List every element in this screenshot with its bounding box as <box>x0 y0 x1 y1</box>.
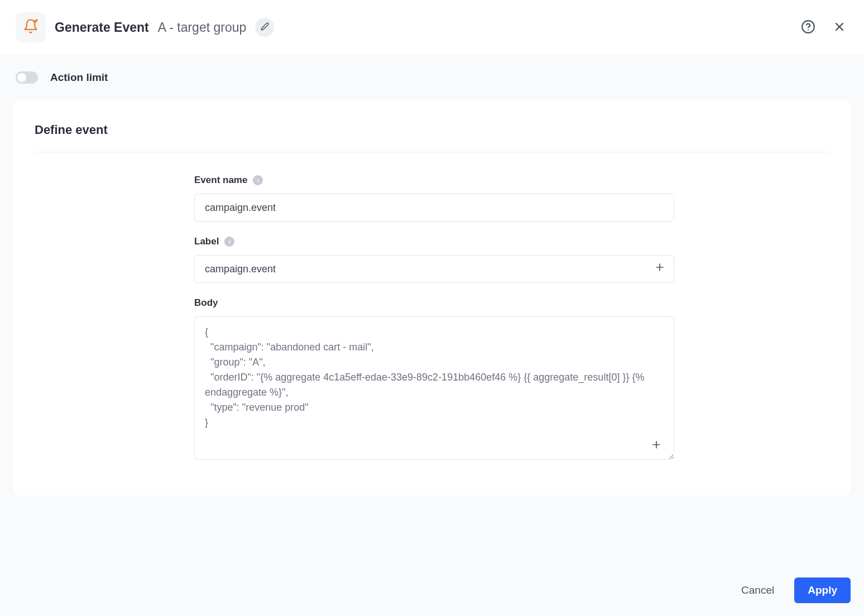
cancel-button[interactable]: Cancel <box>731 578 784 603</box>
event-name-field: Event name i <box>194 175 674 222</box>
info-icon[interactable]: i <box>253 175 263 185</box>
body-textarea[interactable]: { "campaign": "abandoned cart - mail", "… <box>194 316 674 460</box>
close-icon <box>833 20 846 35</box>
plus-icon <box>651 439 662 454</box>
plus-icon <box>654 262 665 276</box>
body-label: Body <box>194 297 218 309</box>
footer: Cancel Apply <box>0 565 864 616</box>
info-icon[interactable]: i <box>224 237 234 247</box>
event-name-input[interactable] <box>194 194 674 222</box>
define-event-card: Define event Event name i Label i <box>13 100 851 495</box>
header-left: Generate Event A - target group <box>16 12 790 42</box>
action-limit-toggle[interactable] <box>16 71 38 84</box>
toggle-knob <box>17 73 26 82</box>
pencil-icon <box>261 22 269 32</box>
body-add-button[interactable] <box>650 440 663 453</box>
label-label: Label <box>194 236 219 247</box>
body-textarea-wrapper: { "campaign": "abandoned cart - mail", "… <box>194 316 674 462</box>
edit-name-button[interactable] <box>255 18 274 37</box>
apply-button[interactable]: Apply <box>794 578 851 603</box>
page-subtitle: A - target group <box>158 20 247 35</box>
label-input-wrapper <box>194 255 674 283</box>
body-field: Body { "campaign": "abandoned cart - mai… <box>194 297 674 462</box>
form-area: Event name i Label i <box>194 175 674 462</box>
header-actions <box>799 18 848 36</box>
label-add-button[interactable] <box>653 262 666 276</box>
action-limit-label: Action limit <box>50 71 108 84</box>
bell-notification-icon <box>23 18 39 36</box>
label-input[interactable] <box>194 255 674 283</box>
help-button[interactable] <box>799 18 817 36</box>
close-button[interactable] <box>831 18 848 36</box>
content-area: Action limit Define event Event name i L… <box>0 55 864 565</box>
action-limit-row: Action limit <box>13 71 851 84</box>
event-name-label: Event name <box>194 175 247 186</box>
section-title: Define event <box>35 123 829 152</box>
header: Generate Event A - target group <box>0 0 864 55</box>
node-icon-container <box>16 12 46 42</box>
label-label-row: Label i <box>194 236 674 247</box>
event-name-label-row: Event name i <box>194 175 674 186</box>
body-label-row: Body <box>194 297 674 309</box>
help-circle-icon <box>801 20 815 36</box>
label-field: Label i <box>194 236 674 283</box>
page-title: Generate Event <box>55 20 149 35</box>
